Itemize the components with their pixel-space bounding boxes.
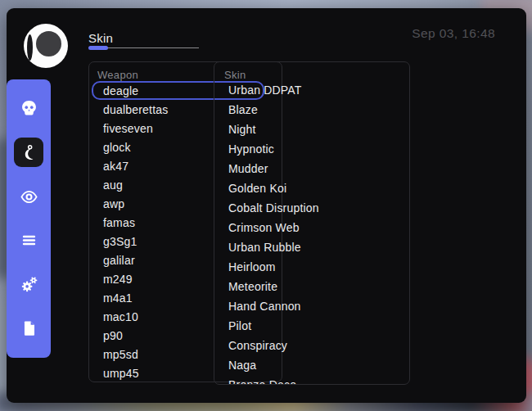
sidebar-item-misc[interactable] bbox=[14, 226, 43, 255]
weapon-list-item-label: g3Sg1 bbox=[103, 235, 137, 248]
sidebar-item-skins[interactable] bbox=[14, 138, 43, 167]
skin-list-item[interactable]: Golden Koi bbox=[214, 178, 409, 198]
skin-list-item-label: Urban Rubble bbox=[228, 241, 301, 254]
skin-list-item[interactable]: Hand Cannon bbox=[214, 296, 409, 316]
skin-listbox-title: Skin bbox=[214, 62, 409, 81]
skin-list-item-label: Night bbox=[228, 123, 256, 136]
main-panel: Skin Sep 03, 16:48 Weapon deagle dualber… bbox=[7, 8, 526, 403]
sidebar-item-settings[interactable] bbox=[14, 270, 43, 300]
skin-list-item-label: Bronze Deco bbox=[228, 378, 296, 385]
skin-list-item-label: Crimson Web bbox=[228, 221, 300, 234]
skin-list-item[interactable]: Urban Rubble bbox=[214, 237, 409, 257]
skin-list-item-label: Hand Cannon bbox=[228, 300, 301, 313]
skin-list-item-label: Golden Koi bbox=[228, 182, 286, 195]
weapon-list-item-label: mac10 bbox=[103, 310, 138, 323]
weapon-list-item-label: galilar bbox=[103, 254, 135, 267]
skin-list-item[interactable]: Night bbox=[214, 120, 409, 139]
weapon-list-item-label: mp5sd bbox=[103, 348, 138, 361]
skin-list-item[interactable]: Crimson Web bbox=[214, 218, 409, 237]
skin-list-item-label: Cobalt Disruption bbox=[228, 201, 319, 215]
sidebar-item-visuals[interactable] bbox=[14, 182, 43, 211]
skin-list-item[interactable]: Conspiracy bbox=[214, 336, 409, 355]
skin-list-item[interactable]: Meteorite bbox=[214, 277, 409, 296]
skin-list-item-label: Urban DDPAT bbox=[228, 84, 302, 97]
logo-inner-circle bbox=[36, 31, 61, 56]
weapon-list-item-label: deagle bbox=[103, 84, 138, 97]
sidebar-item-configs[interactable] bbox=[14, 314, 43, 343]
weapon-list-item-label: ak47 bbox=[103, 160, 128, 173]
skin-list-item-label: Pilot bbox=[228, 319, 251, 332]
skin-list-item[interactable]: Hypnotic bbox=[214, 139, 409, 159]
skin-list-item-label: Heirloom bbox=[228, 260, 276, 273]
skin-list-item[interactable]: Pilot bbox=[214, 316, 409, 336]
weapon-list-item-label: m4a1 bbox=[103, 291, 133, 305]
eye-icon bbox=[20, 187, 38, 206]
sidebar bbox=[7, 79, 51, 358]
weapon-list-item-label: ump45 bbox=[103, 367, 139, 380]
skin-list-item-label: Mudder bbox=[228, 162, 268, 175]
skin-list-item-label: Conspiracy bbox=[228, 339, 287, 352]
knife-icon bbox=[20, 143, 38, 162]
skin-listbox: Skin Urban DDPAT Blaze Night Hypnotic bbox=[214, 61, 410, 385]
weapon-list-item-label: glock bbox=[103, 141, 131, 154]
skull-icon bbox=[20, 99, 38, 118]
weapon-list-item-label: m249 bbox=[103, 273, 133, 286]
weapon-list-item-label: famas bbox=[103, 216, 135, 229]
skin-list-item[interactable]: Cobalt Disruption bbox=[214, 198, 409, 218]
skin-list-item-label: Naga bbox=[228, 359, 256, 372]
sidebar-item-combat[interactable] bbox=[14, 94, 43, 124]
tab-skin[interactable]: Skin bbox=[88, 31, 113, 45]
weapon-list-item-label: fiveseven bbox=[103, 122, 153, 135]
skin-list-item[interactable]: Bronze Deco bbox=[214, 375, 409, 385]
weapon-list-item-label: p90 bbox=[103, 329, 123, 342]
skin-list-item[interactable]: Blaze bbox=[214, 100, 409, 120]
skin-list-item[interactable]: Heirloom bbox=[214, 257, 409, 277]
weapon-list-item-label: awp bbox=[103, 197, 124, 210]
logo-sliver bbox=[27, 34, 33, 61]
tab-underline-accent bbox=[88, 46, 108, 50]
skin-list-item-label: Hypnotic bbox=[228, 142, 274, 156]
weapon-list-item-label: dualberettas bbox=[103, 103, 168, 116]
skin-list-item-label: Blaze bbox=[228, 103, 258, 116]
file-icon bbox=[20, 319, 38, 338]
clock: Sep 03, 16:48 bbox=[412, 26, 495, 41]
app-logo bbox=[24, 24, 68, 68]
skin-list-item-label: Meteorite bbox=[228, 280, 277, 293]
gears-icon bbox=[20, 275, 38, 294]
skin-list-item[interactable]: Naga bbox=[214, 355, 409, 375]
weapon-list-item-label: aug bbox=[103, 178, 123, 192]
skin-list-item[interactable]: Urban DDPAT bbox=[214, 80, 409, 100]
skin-list: Urban DDPAT Blaze Night Hypnotic Mudder bbox=[214, 80, 409, 385]
skin-list-item[interactable]: Mudder bbox=[214, 159, 409, 178]
menu-icon bbox=[20, 231, 38, 250]
